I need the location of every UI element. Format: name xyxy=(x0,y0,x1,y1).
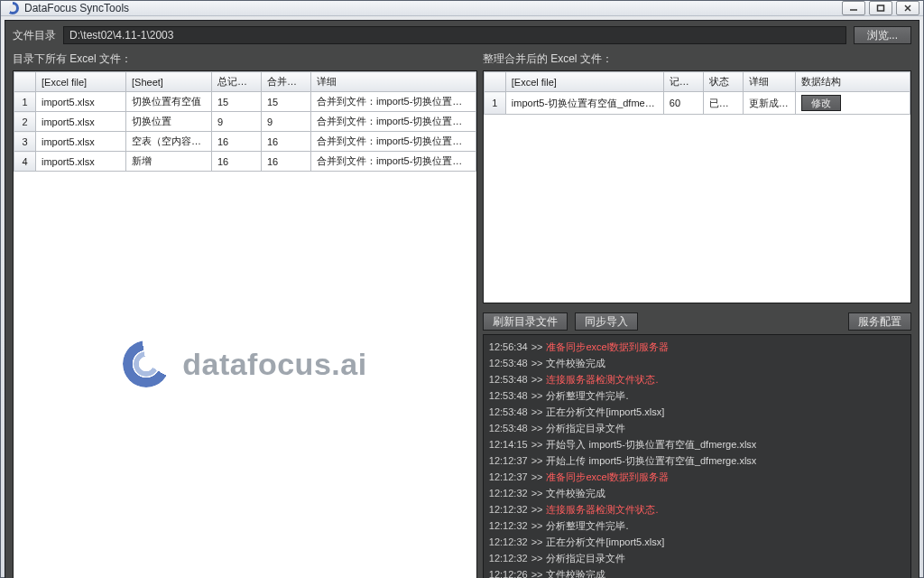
log-ts: 12:12:32 xyxy=(489,504,528,515)
cell-file: import5-切换位置有空值_dfmerge.xlsx xyxy=(505,92,663,115)
path-row: 文件目录 浏览... xyxy=(5,21,919,50)
log-arrow-icon: >> xyxy=(531,374,543,385)
config-button[interactable]: 服务配置 xyxy=(848,312,911,331)
log-line: 12:56:34>>准备同步excel数据到服务器 xyxy=(489,339,905,355)
table-row[interactable]: 2import5.xlsx切换位置99合并到文件：import5-切换位置有空值… xyxy=(14,112,476,132)
log-line: 12:53:48>>文件校验完成 xyxy=(489,355,905,371)
log-line: 12:12:32>>分析指定目录文件 xyxy=(489,550,905,566)
svg-rect-1 xyxy=(878,5,884,11)
cell-merge: 16 xyxy=(262,132,311,152)
table-row[interactable]: 1import5.xlsx切换位置有空值1515合并到文件：import5-切换… xyxy=(14,92,476,112)
log-msg: 分析整理文件完毕. xyxy=(546,520,628,531)
titlebar[interactable]: DataFocus SyncTools xyxy=(1,1,923,16)
log-msg: 开始上传 import5-切换位置有空值_dfmerge.xlsx xyxy=(546,455,756,466)
app-window: DataFocus SyncTools 文件目录 浏览... 目录下所有 Exc… xyxy=(0,0,924,578)
log-arrow-icon: >> xyxy=(531,471,543,482)
refresh-button[interactable]: 刷新目录文件 xyxy=(483,312,568,331)
left-table-header: [Excel file] [Sheet] 总记录数 合并记录数 详细 xyxy=(14,72,476,92)
log-line: 12:12:32>>分析整理文件完毕. xyxy=(489,517,905,534)
log-arrow-icon: >> xyxy=(531,423,543,434)
path-label: 文件目录 xyxy=(13,28,56,43)
sync-button[interactable]: 同步导入 xyxy=(575,312,638,331)
rcol-count[interactable]: 记录数 xyxy=(663,72,703,92)
cell-count: 60 xyxy=(663,92,703,115)
log-ts: 12:53:48 xyxy=(489,390,528,401)
minimize-button[interactable] xyxy=(842,1,865,15)
cell-sheet: 新增 xyxy=(126,152,212,172)
app-body: 文件目录 浏览... 目录下所有 Excel 文件： xyxy=(5,20,919,578)
cell-detail: 合并到文件：import5-切换位置有空值_dfmerge.xlsx xyxy=(311,132,476,152)
cell-state: 已更新 xyxy=(703,92,743,115)
log-msg: 分析指定目录文件 xyxy=(546,553,625,564)
maximize-button[interactable] xyxy=(869,1,892,15)
log-msg: 文件校验完成 xyxy=(546,488,605,499)
window-buttons xyxy=(842,1,919,15)
col-file[interactable]: [Excel file] xyxy=(36,72,126,92)
col-idx[interactable] xyxy=(14,72,36,92)
columns: 目录下所有 Excel 文件： [Excel file] [She xyxy=(5,50,919,578)
left-column: 目录下所有 Excel 文件： [Excel file] [She xyxy=(13,50,477,578)
log-arrow-icon: >> xyxy=(531,455,543,466)
col-sheet[interactable]: [Sheet] xyxy=(126,72,212,92)
rcol-file[interactable]: [Excel file] xyxy=(505,72,663,92)
table-row[interactable]: 3import5.xlsx空表（空内容）21616合并到文件：import5-切… xyxy=(14,132,476,152)
log-arrow-icon: >> xyxy=(531,406,543,417)
log-line: 12:53:48>>连接服务器检测文件状态. xyxy=(489,371,905,387)
log-line: 12:12:32>>正在分析文件[import5.xlsx] xyxy=(489,534,905,550)
log-line: 12:12:32>>连接服务器检测文件状态. xyxy=(489,501,905,517)
rcol-idx[interactable] xyxy=(484,72,505,92)
log-ts: 12:14:15 xyxy=(489,439,528,450)
log-line: 12:14:15>>开始导入 import5-切换位置有空值_dfmerge.x… xyxy=(489,436,905,452)
log-arrow-icon: >> xyxy=(531,341,543,352)
log-ts: 12:53:48 xyxy=(489,374,528,385)
app-icon xyxy=(6,2,19,14)
modify-button[interactable]: 修改 xyxy=(801,95,841,111)
browse-button[interactable]: 浏览... xyxy=(854,26,911,44)
log-arrow-icon: >> xyxy=(531,390,543,401)
titlebar-left: DataFocus SyncTools xyxy=(6,2,129,14)
log-ts: 12:12:37 xyxy=(489,455,528,466)
log-arrow-icon: >> xyxy=(531,536,543,547)
log-msg: 正在分析文件[import5.xlsx] xyxy=(546,406,664,417)
cell-file: import5.xlsx xyxy=(36,152,126,172)
log-arrow-icon: >> xyxy=(531,553,543,564)
right-panel: [Excel file] 记录数 状态 详细 数据结构 1import5-切换位… xyxy=(483,70,911,303)
log-panel[interactable]: 12:56:34>>准备同步excel数据到服务器12:53:48>>文件校验完… xyxy=(483,334,911,578)
col-merge[interactable]: 合并记录数 xyxy=(262,72,311,92)
log-arrow-icon: >> xyxy=(531,569,543,578)
cell-detail: 合并到文件：import5-切换位置有空值_dfmerge.xlsx xyxy=(311,152,476,172)
log-ts: 12:53:48 xyxy=(489,358,528,368)
close-button[interactable] xyxy=(896,1,919,15)
right-table-header: [Excel file] 记录数 状态 详细 数据结构 xyxy=(484,72,910,92)
cell-detail: 合并到文件：import5-切换位置有空值_dfmerge.xlsx xyxy=(311,92,476,112)
col-detail[interactable]: 详细 xyxy=(311,72,476,92)
right-title: 整理合并后的 Excel 文件： xyxy=(483,50,911,70)
log-msg: 连接服务器检测文件状态. xyxy=(546,374,658,385)
cell-total: 16 xyxy=(212,132,262,152)
table-row[interactable]: 4import5.xlsx新增1616合并到文件：import5-切换位置有空值… xyxy=(14,152,476,172)
cell-sheet: 空表（空内容）2 xyxy=(126,132,212,152)
col-total[interactable]: 总记录数 xyxy=(212,72,262,92)
table-row[interactable]: 1import5-切换位置有空值_dfmerge.xlsx60已更新更新成功.修… xyxy=(484,92,910,115)
log-arrow-icon: >> xyxy=(531,520,543,531)
log-ts: 12:12:26 xyxy=(489,569,528,578)
cell-idx: 2 xyxy=(14,112,36,132)
rcol-struct[interactable]: 数据结构 xyxy=(795,72,910,92)
cell-struct: 修改 xyxy=(795,92,910,115)
rcol-state[interactable]: 状态 xyxy=(703,72,743,92)
log-ts: 12:12:32 xyxy=(489,488,528,499)
log-msg: 连接服务器检测文件状态. xyxy=(546,504,658,515)
path-input[interactable] xyxy=(63,26,846,44)
log-line: 12:12:37>>准备同步excel数据到服务器 xyxy=(489,469,905,485)
log-ts: 12:56:34 xyxy=(489,341,528,352)
log-line: 12:53:48>>正在分析文件[import5.xlsx] xyxy=(489,404,905,420)
rcol-detail[interactable]: 详细 xyxy=(743,72,795,92)
log-ts: 12:12:32 xyxy=(489,553,528,564)
log-line: 12:12:26>>文件校验完成 xyxy=(489,566,905,578)
cell-merge: 16 xyxy=(262,152,311,172)
log-line: 12:12:37>>开始上传 import5-切换位置有空值_dfmerge.x… xyxy=(489,452,905,469)
log-msg: 准备同步excel数据到服务器 xyxy=(546,341,669,352)
cell-sheet: 切换位置有空值 xyxy=(126,92,212,112)
log-ts: 12:12:32 xyxy=(489,536,528,547)
window-title: DataFocus SyncTools xyxy=(24,2,129,14)
